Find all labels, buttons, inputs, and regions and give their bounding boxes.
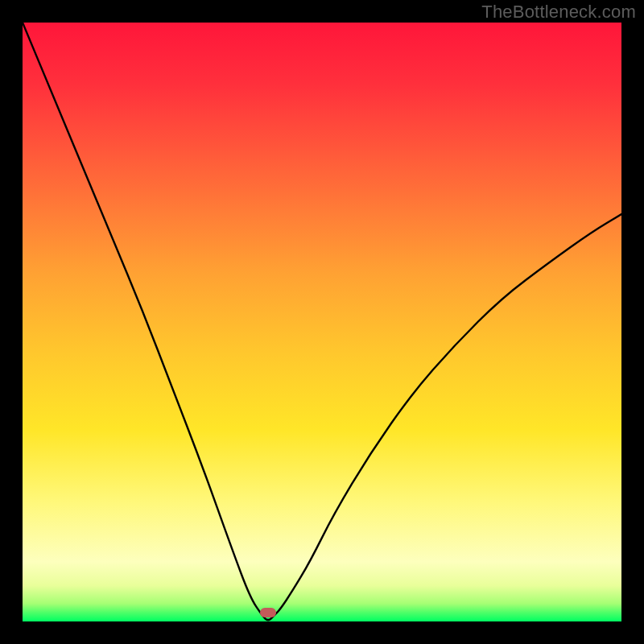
bottleneck-curve [23,23,621,621]
chart-frame: TheBottleneck.com [0,0,644,644]
optimal-point-marker [260,608,276,617]
watermark-text: TheBottleneck.com [481,2,636,23]
plot-area [23,23,621,621]
